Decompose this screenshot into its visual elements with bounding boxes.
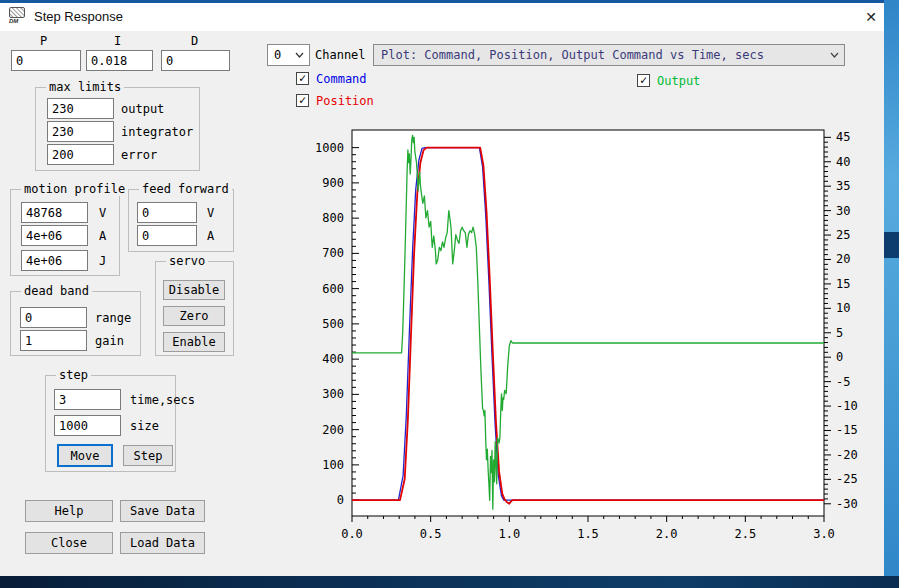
max-integrator-label: integrator: [121, 125, 193, 139]
svg-text:-5: -5: [836, 375, 850, 389]
deadband-range-label: range: [95, 311, 131, 325]
svg-text:-25: -25: [836, 472, 858, 486]
max-error-input[interactable]: [47, 144, 114, 165]
svg-text:2.0: 2.0: [656, 527, 678, 541]
app-icon-label: DM: [9, 18, 27, 25]
step-response-chart: 01002003004005006007008009001000-30-25-2…: [300, 116, 878, 556]
i-label: I: [114, 34, 121, 48]
position-checkbox[interactable]: ✓: [296, 94, 309, 107]
max-output-input[interactable]: [47, 98, 114, 119]
max-output-label: output: [121, 102, 164, 116]
step-time-label: time,secs: [130, 393, 195, 407]
step-button[interactable]: Step: [123, 445, 173, 466]
output-checkbox[interactable]: ✓: [637, 74, 650, 87]
svg-text:20: 20: [836, 252, 850, 266]
svg-text:800: 800: [322, 211, 344, 225]
chevron-down-icon: [830, 52, 839, 58]
command-checkbox[interactable]: ✓: [296, 72, 309, 85]
step-response-window: DM Step Response ✕ P I D 0 Channel Plot:…: [0, 0, 884, 576]
feed-forward-title: feed forward: [139, 182, 232, 196]
svg-text:500: 500: [322, 317, 344, 331]
ff-a-label: A: [207, 229, 214, 243]
max-integrator-input[interactable]: [47, 121, 114, 142]
step-size-input[interactable]: [54, 415, 121, 436]
svg-text:400: 400: [322, 352, 344, 366]
svg-text:200: 200: [322, 423, 344, 437]
p-input[interactable]: [11, 50, 81, 71]
i-input[interactable]: [86, 50, 153, 71]
d-input[interactable]: [161, 50, 230, 71]
svg-text:30: 30: [836, 204, 850, 218]
max-limits-title: max limits: [46, 80, 124, 94]
servo-title: servo: [166, 254, 208, 268]
servo-zero-button[interactable]: Zero: [163, 306, 225, 326]
deadband-range-input[interactable]: [20, 307, 87, 328]
channel-value: 0: [274, 48, 281, 62]
svg-text:-10: -10: [836, 399, 858, 413]
deadband-gain-input[interactable]: [20, 330, 87, 351]
svg-text:900: 900: [322, 176, 344, 190]
svg-text:0.5: 0.5: [420, 527, 442, 541]
motion-j-input[interactable]: [21, 250, 88, 271]
app-icon-art: [9, 7, 25, 18]
svg-text:35: 35: [836, 179, 850, 193]
desktop-patch: [884, 232, 899, 258]
svg-text:25: 25: [836, 228, 850, 242]
output-checkbox-label: Output: [657, 74, 700, 88]
svg-text:600: 600: [322, 282, 344, 296]
motion-a-label: A: [99, 229, 106, 243]
d-label: D: [191, 34, 198, 48]
svg-text:2.5: 2.5: [734, 527, 756, 541]
svg-text:-20: -20: [836, 448, 858, 462]
svg-text:0: 0: [836, 350, 843, 364]
move-button[interactable]: Move: [57, 444, 113, 467]
motion-v-label: V: [99, 206, 106, 220]
ff-v-label: V: [207, 206, 214, 220]
servo-enable-button[interactable]: Enable: [163, 332, 225, 352]
svg-text:1.5: 1.5: [577, 527, 599, 541]
svg-text:700: 700: [322, 246, 344, 260]
svg-text:100: 100: [322, 458, 344, 472]
motion-j-label: J: [99, 254, 106, 268]
desktop-background-right: [884, 0, 899, 588]
plot-select[interactable]: Plot: Command, Position, Output Command …: [373, 44, 845, 66]
svg-text:300: 300: [322, 387, 344, 401]
step-time-input[interactable]: [54, 389, 121, 410]
dead-band-title: dead band: [21, 284, 92, 298]
window-title: Step Response: [34, 9, 123, 24]
svg-text:0: 0: [337, 493, 344, 507]
screen: DM Step Response ✕ P I D 0 Channel Plot:…: [0, 0, 899, 588]
svg-text:10: 10: [836, 301, 850, 315]
servo-disable-button[interactable]: Disable: [163, 280, 225, 300]
load-data-button[interactable]: Load Data: [120, 532, 205, 554]
channel-label: Channel: [315, 48, 366, 62]
svg-text:3.0: 3.0: [813, 527, 835, 541]
channel-select[interactable]: 0: [267, 44, 310, 66]
app-icon: DM: [9, 7, 27, 26]
svg-text:45: 45: [836, 130, 850, 144]
close-icon[interactable]: ✕: [858, 5, 884, 29]
svg-text:15: 15: [836, 277, 850, 291]
plot-select-value: Plot: Command, Position, Output Command …: [381, 48, 764, 62]
ff-v-input[interactable]: [137, 202, 197, 223]
close-button[interactable]: Close: [25, 532, 113, 554]
save-data-button[interactable]: Save Data: [120, 500, 205, 522]
command-checkbox-label: Command: [316, 72, 367, 86]
help-button[interactable]: Help: [25, 500, 113, 522]
desktop-background-bottom: [0, 576, 899, 588]
svg-text:0.0: 0.0: [341, 527, 363, 541]
position-checkbox-label: Position: [316, 94, 374, 108]
svg-text:1.0: 1.0: [498, 527, 520, 541]
svg-text:5: 5: [836, 326, 843, 340]
motion-a-input[interactable]: [21, 225, 88, 246]
step-title: step: [56, 368, 91, 382]
svg-text:-30: -30: [836, 497, 858, 511]
ff-a-input[interactable]: [137, 225, 197, 246]
chevron-down-icon: [295, 52, 304, 58]
svg-text:40: 40: [836, 155, 850, 169]
deadband-gain-label: gain: [95, 334, 124, 348]
svg-text:1000: 1000: [315, 141, 344, 155]
max-error-label: error: [121, 148, 157, 162]
title-bar[interactable]: DM Step Response ✕: [0, 3, 884, 31]
motion-v-input[interactable]: [21, 202, 88, 223]
